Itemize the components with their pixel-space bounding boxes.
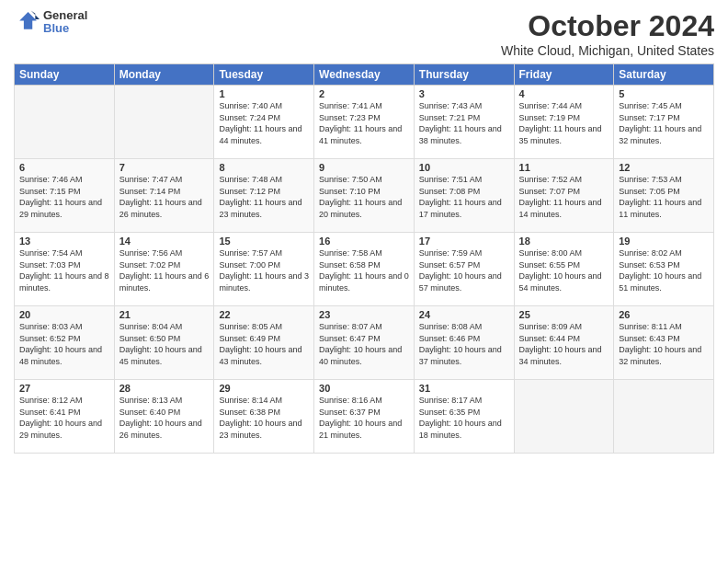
day-info: Sunrise: 7:50 AMSunset: 7:10 PMDaylight:… — [319, 174, 409, 220]
week-row-1: 1Sunrise: 7:40 AMSunset: 7:24 PMDaylight… — [15, 86, 714, 159]
day-info: Sunrise: 7:52 AMSunset: 7:07 PMDaylight:… — [519, 174, 609, 220]
day-number: 14 — [119, 236, 210, 247]
day-info: Sunrise: 7:53 AMSunset: 7:05 PMDaylight:… — [619, 174, 709, 220]
day-cell: 21Sunrise: 8:04 AMSunset: 6:50 PMDayligh… — [114, 306, 214, 380]
day-info: Sunrise: 8:12 AMSunset: 6:41 PMDaylight:… — [19, 395, 109, 441]
week-row-2: 6Sunrise: 7:46 AMSunset: 7:15 PMDaylight… — [15, 159, 714, 233]
day-number: 29 — [219, 383, 309, 394]
day-number: 1 — [219, 88, 309, 99]
day-number: 31 — [419, 383, 509, 394]
day-number: 10 — [419, 162, 509, 173]
day-info: Sunrise: 8:04 AMSunset: 6:50 PMDaylight:… — [119, 321, 210, 367]
day-cell: 31Sunrise: 8:17 AMSunset: 6:35 PMDayligh… — [414, 380, 514, 454]
day-cell: 1Sunrise: 7:40 AMSunset: 7:24 PMDaylight… — [214, 86, 314, 159]
logo: General Blue — [14, 9, 87, 36]
header: General Blue October 2024 White Cloud, M… — [14, 9, 714, 58]
day-cell — [614, 380, 714, 454]
day-number: 20 — [19, 309, 109, 320]
day-cell: 11Sunrise: 7:52 AMSunset: 7:07 PMDayligh… — [514, 159, 614, 233]
day-cell: 29Sunrise: 8:14 AMSunset: 6:38 PMDayligh… — [214, 380, 314, 454]
week-row-5: 27Sunrise: 8:12 AMSunset: 6:41 PMDayligh… — [15, 380, 714, 454]
day-number: 8 — [219, 162, 309, 173]
col-header-monday: Monday — [114, 64, 214, 86]
subtitle: White Cloud, Michigan, United States — [501, 43, 714, 58]
day-info: Sunrise: 7:44 AMSunset: 7:19 PMDaylight:… — [519, 100, 609, 146]
day-info: Sunrise: 7:57 AMSunset: 7:00 PMDaylight:… — [219, 247, 309, 293]
day-cell: 15Sunrise: 7:57 AMSunset: 7:00 PMDayligh… — [214, 233, 314, 306]
main-title: October 2024 — [501, 9, 714, 43]
day-info: Sunrise: 8:13 AMSunset: 6:40 PMDaylight:… — [119, 395, 210, 441]
day-info: Sunrise: 7:56 AMSunset: 7:02 PMDaylight:… — [119, 247, 210, 293]
day-number: 11 — [519, 162, 609, 173]
header-row: SundayMondayTuesdayWednesdayThursdayFrid… — [15, 64, 714, 86]
day-info: Sunrise: 8:02 AMSunset: 6:53 PMDaylight:… — [619, 247, 709, 293]
col-header-thursday: Thursday — [414, 64, 514, 86]
day-info: Sunrise: 7:58 AMSunset: 6:58 PMDaylight:… — [319, 247, 409, 293]
day-cell: 26Sunrise: 8:11 AMSunset: 6:43 PMDayligh… — [614, 306, 714, 380]
day-number: 25 — [519, 309, 609, 320]
day-number: 5 — [619, 88, 709, 99]
calendar-table: SundayMondayTuesdayWednesdayThursdayFrid… — [14, 63, 714, 454]
day-cell: 22Sunrise: 8:05 AMSunset: 6:49 PMDayligh… — [214, 306, 314, 380]
day-info: Sunrise: 7:48 AMSunset: 7:12 PMDaylight:… — [219, 174, 309, 220]
day-cell: 24Sunrise: 8:08 AMSunset: 6:46 PMDayligh… — [414, 306, 514, 380]
logo-text: General Blue — [43, 9, 87, 36]
day-number: 12 — [619, 162, 709, 173]
day-info: Sunrise: 8:05 AMSunset: 6:49 PMDaylight:… — [219, 321, 309, 367]
day-cell: 30Sunrise: 8:16 AMSunset: 6:37 PMDayligh… — [314, 380, 415, 454]
day-cell: 10Sunrise: 7:51 AMSunset: 7:08 PMDayligh… — [414, 159, 514, 233]
day-cell: 14Sunrise: 7:56 AMSunset: 7:02 PMDayligh… — [114, 233, 214, 306]
day-info: Sunrise: 7:54 AMSunset: 7:03 PMDaylight:… — [19, 247, 109, 293]
day-cell: 28Sunrise: 8:13 AMSunset: 6:40 PMDayligh… — [114, 380, 214, 454]
day-cell — [15, 86, 115, 159]
title-block: October 2024 White Cloud, Michigan, Unit… — [501, 9, 714, 58]
week-row-4: 20Sunrise: 8:03 AMSunset: 6:52 PMDayligh… — [15, 306, 714, 380]
day-info: Sunrise: 8:11 AMSunset: 6:43 PMDaylight:… — [619, 321, 709, 367]
day-cell: 3Sunrise: 7:43 AMSunset: 7:21 PMDaylight… — [414, 86, 514, 159]
day-cell: 7Sunrise: 7:47 AMSunset: 7:14 PMDaylight… — [114, 159, 214, 233]
day-info: Sunrise: 8:03 AMSunset: 6:52 PMDaylight:… — [19, 321, 109, 367]
day-info: Sunrise: 7:40 AMSunset: 7:24 PMDaylight:… — [219, 100, 309, 146]
col-header-saturday: Saturday — [614, 64, 714, 86]
day-number: 21 — [119, 309, 210, 320]
day-number: 26 — [619, 309, 709, 320]
day-number: 30 — [319, 383, 409, 394]
day-info: Sunrise: 7:41 AMSunset: 7:23 PMDaylight:… — [319, 100, 409, 146]
day-number: 4 — [519, 88, 609, 99]
col-header-wednesday: Wednesday — [314, 64, 415, 86]
day-number: 28 — [119, 383, 210, 394]
day-cell: 20Sunrise: 8:03 AMSunset: 6:52 PMDayligh… — [15, 306, 115, 380]
day-info: Sunrise: 8:08 AMSunset: 6:46 PMDaylight:… — [419, 321, 509, 367]
day-info: Sunrise: 8:17 AMSunset: 6:35 PMDaylight:… — [419, 395, 509, 441]
week-row-3: 13Sunrise: 7:54 AMSunset: 7:03 PMDayligh… — [15, 233, 714, 306]
logo-line2: Blue — [43, 22, 87, 35]
day-number: 17 — [419, 236, 509, 247]
day-info: Sunrise: 8:16 AMSunset: 6:37 PMDaylight:… — [319, 395, 409, 441]
day-number: 22 — [219, 309, 309, 320]
day-number: 23 — [319, 309, 409, 320]
day-info: Sunrise: 7:47 AMSunset: 7:14 PMDaylight:… — [119, 174, 210, 220]
logo-line1: General — [43, 9, 87, 22]
day-cell — [514, 380, 614, 454]
day-cell: 6Sunrise: 7:46 AMSunset: 7:15 PMDaylight… — [15, 159, 115, 233]
day-number: 19 — [619, 236, 709, 247]
day-cell: 8Sunrise: 7:48 AMSunset: 7:12 PMDaylight… — [214, 159, 314, 233]
day-number: 13 — [19, 236, 109, 247]
day-info: Sunrise: 7:43 AMSunset: 7:21 PMDaylight:… — [419, 100, 509, 146]
day-number: 6 — [19, 162, 109, 173]
day-number: 2 — [319, 88, 409, 99]
page: General Blue October 2024 White Cloud, M… — [0, 0, 728, 563]
col-header-tuesday: Tuesday — [214, 64, 314, 86]
day-info: Sunrise: 8:00 AMSunset: 6:55 PMDaylight:… — [519, 247, 609, 293]
day-info: Sunrise: 7:51 AMSunset: 7:08 PMDaylight:… — [419, 174, 509, 220]
day-cell: 9Sunrise: 7:50 AMSunset: 7:10 PMDaylight… — [314, 159, 415, 233]
day-info: Sunrise: 7:45 AMSunset: 7:17 PMDaylight:… — [619, 100, 709, 146]
day-cell: 13Sunrise: 7:54 AMSunset: 7:03 PMDayligh… — [15, 233, 115, 306]
svg-marker-0 — [19, 12, 37, 29]
day-info: Sunrise: 7:46 AMSunset: 7:15 PMDaylight:… — [19, 174, 109, 220]
day-cell: 16Sunrise: 7:58 AMSunset: 6:58 PMDayligh… — [314, 233, 415, 306]
day-cell: 19Sunrise: 8:02 AMSunset: 6:53 PMDayligh… — [614, 233, 714, 306]
day-info: Sunrise: 8:09 AMSunset: 6:44 PMDaylight:… — [519, 321, 609, 367]
day-cell: 5Sunrise: 7:45 AMSunset: 7:17 PMDaylight… — [614, 86, 714, 159]
day-cell: 12Sunrise: 7:53 AMSunset: 7:05 PMDayligh… — [614, 159, 714, 233]
